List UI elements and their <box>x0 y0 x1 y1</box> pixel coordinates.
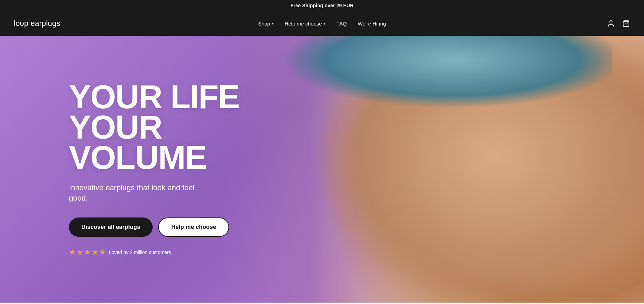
logo[interactable]: loop earplugs <box>14 19 60 28</box>
announcement-text: Free Shipping over 29 EUR <box>290 3 354 8</box>
account-icon[interactable] <box>607 19 615 28</box>
main-nav: Shop ▾ Help me choose ▾ FAQ We're Hiring <box>258 21 386 27</box>
star-4: ★ <box>92 248 99 257</box>
hero-title: YOUR LIFE YOUR VOLUME <box>69 82 248 173</box>
hero-section: YOUR LIFE YOUR VOLUME Innovative earplug… <box>0 36 644 303</box>
header: loop earplugs Shop ▾ Help me choose ▾ FA… <box>0 11 644 36</box>
nav-shop[interactable]: Shop ▾ <box>258 21 274 27</box>
discover-earplugs-button[interactable]: Discover all earplugs <box>69 217 153 237</box>
nav-faq[interactable]: FAQ <box>336 21 347 27</box>
help-chevron-icon: ▾ <box>324 22 325 26</box>
hero-hair-overlay <box>258 36 612 156</box>
star-1: ★ <box>69 248 76 257</box>
shop-chevron-icon: ▾ <box>272 22 274 26</box>
hero-buttons: Discover all earplugs Help me choose <box>69 217 248 237</box>
announcement-bar: Free Shipping over 29 EUR <box>0 0 644 11</box>
cart-icon[interactable] <box>622 19 630 28</box>
star-2: ★ <box>76 248 83 257</box>
star-3: ★ <box>84 248 91 257</box>
help-me-choose-button[interactable]: Help me choose <box>158 217 229 237</box>
svg-point-0 <box>610 21 612 23</box>
nav-help-me-choose[interactable]: Help me choose ▾ <box>285 21 325 27</box>
hero-rating: ★ ★ ★ ★ ★ Loved by 2 million customers <box>69 248 248 257</box>
star-rating: ★ ★ ★ ★ ★ <box>69 248 106 257</box>
header-icons <box>607 19 630 28</box>
star-5: ★ <box>99 248 106 257</box>
rating-text: Loved by 2 million customers <box>109 250 171 255</box>
hero-subtitle: Innovative earplugs that look and feel g… <box>69 183 207 204</box>
nav-hiring[interactable]: We're Hiring <box>358 21 386 27</box>
hero-content: YOUR LIFE YOUR VOLUME Innovative earplug… <box>0 82 248 257</box>
